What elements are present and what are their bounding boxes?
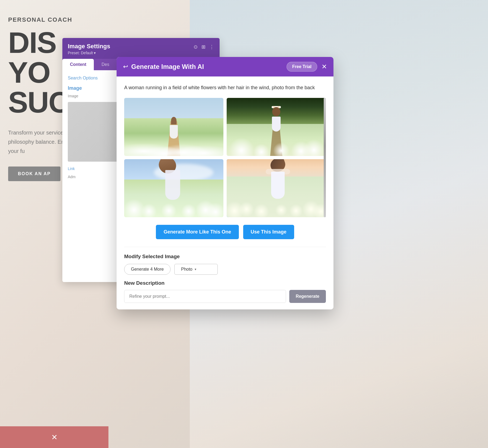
tab-content[interactable]: Content — [62, 59, 94, 70]
is-title-group: Image Settings Preset: Default ▾ — [68, 43, 110, 55]
new-desc-title: New Description — [124, 280, 326, 286]
img2-flowers — [227, 130, 326, 156]
modify-controls: Generate 4 More Photo ▾ — [124, 264, 326, 275]
ai-modal-right-controls: Free Trial ✕ — [287, 62, 327, 72]
img3-dress — [165, 170, 180, 200]
ai-image-3-scene — [124, 159, 223, 217]
ai-image-4-scene — [227, 159, 326, 217]
is-panel-title: Image Settings — [68, 43, 110, 50]
is-more-icon[interactable]: ⋮ — [209, 44, 214, 50]
free-trial-badge[interactable]: Free Trial — [287, 62, 317, 72]
img1-dress — [170, 125, 178, 139]
img1-hair — [171, 117, 176, 124]
is-preset-label[interactable]: Preset: Default ▾ — [68, 51, 110, 55]
ai-close-button[interactable]: ✕ — [322, 63, 327, 70]
ai-image-3[interactable] — [124, 159, 223, 217]
modify-title: Modify Selected Image — [124, 254, 326, 260]
photo-type-label: Photo — [181, 267, 192, 272]
ai-back-icon[interactable]: ↩ — [123, 63, 128, 70]
refine-prompt-input[interactable] — [124, 290, 286, 303]
photo-type-select[interactable]: Photo ▾ — [174, 264, 218, 275]
new-description-section: New Description Regenerate — [124, 280, 326, 303]
is-camera-icon[interactable]: ⊙ — [194, 44, 198, 50]
bottom-bar: ✕ — [0, 426, 108, 448]
ai-modal-body: A woman running in a field of white flow… — [117, 76, 333, 309]
ai-prompt-display: A woman running in a field of white flow… — [124, 84, 326, 91]
img2-dress — [272, 117, 281, 132]
ai-images-grid — [124, 98, 326, 217]
bottom-close-icon[interactable]: ✕ — [51, 433, 57, 442]
ai-modal-title-area: ↩ Generate Image With AI — [123, 63, 204, 71]
is-header-icons: ⊙ ⊞ ⋮ — [194, 44, 214, 50]
img4-person — [268, 159, 287, 199]
regenerate-button[interactable]: Regenerate — [289, 290, 326, 303]
ai-image-1[interactable] — [124, 98, 223, 156]
new-desc-row: Regenerate — [124, 290, 326, 303]
ai-images-scrollbar[interactable] — [324, 98, 326, 217]
ai-image-1-scene — [124, 98, 223, 156]
generate-more-button[interactable]: Generate More Like This One — [156, 225, 239, 239]
tab-design[interactable]: Des — [94, 59, 117, 70]
brand-label: PERSONAL COACH — [8, 16, 198, 23]
ai-modal-header: ↩ Generate Image With AI Free Trial ✕ — [117, 57, 333, 76]
book-appointment-button[interactable]: BOOK AN AP — [8, 167, 60, 181]
ai-image-4[interactable] — [227, 159, 326, 217]
use-image-button[interactable]: Use This Image — [243, 225, 294, 239]
is-grid-icon[interactable]: ⊞ — [201, 44, 206, 50]
ai-generate-modal: ↩ Generate Image With AI Free Trial ✕ A … — [117, 57, 333, 309]
modify-selected-section: Modify Selected Image Generate 4 More Ph… — [124, 247, 326, 275]
is-panel-header: Image Settings Preset: Default ▾ ⊙ ⊞ ⋮ — [62, 38, 220, 59]
generate-4-more-button[interactable]: Generate 4 More — [124, 264, 171, 275]
ai-action-buttons: Generate More Like This One Use This Ima… — [124, 225, 326, 239]
img2-hair — [272, 107, 280, 116]
img1-person — [169, 117, 179, 139]
img3-person — [162, 159, 184, 200]
ai-scrollbar-thumb[interactable] — [324, 134, 326, 187]
img2-person — [271, 107, 282, 132]
photo-select-chevron-icon: ▾ — [195, 267, 196, 271]
ai-image-2[interactable] — [227, 98, 326, 156]
ai-image-2-scene — [227, 98, 326, 156]
ai-modal-title: Generate Image With AI — [131, 63, 204, 71]
img4-dress — [271, 172, 285, 199]
